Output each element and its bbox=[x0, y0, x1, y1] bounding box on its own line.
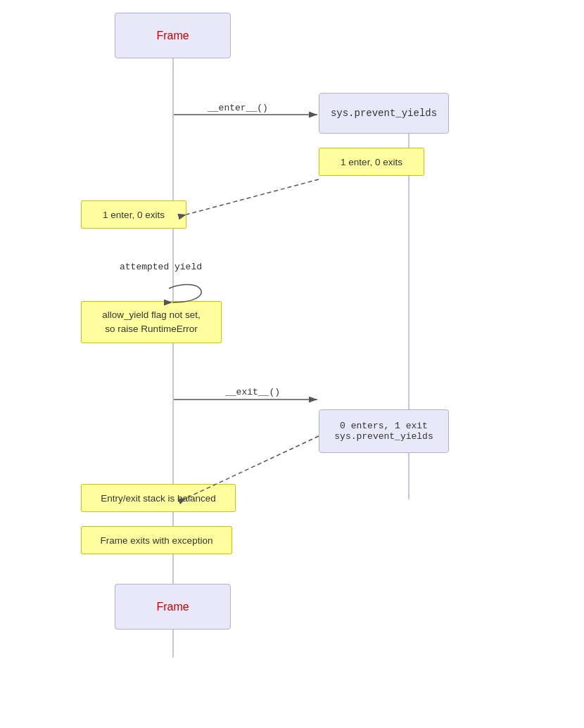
note-balanced: Entry/exit stack is balanced bbox=[81, 484, 236, 512]
note-sys-exit-line1: 0 enters, 1 exit bbox=[340, 421, 428, 431]
note-allow-yield: allow_yield flag not set,so raise Runtim… bbox=[81, 301, 222, 343]
diagram-container: Frame sys.prevent_yields 1 enter, 0 exit… bbox=[0, 0, 584, 728]
vline-frame bbox=[172, 49, 174, 658]
note-frame-enter: 1 enter, 0 exits bbox=[81, 200, 186, 229]
exit-label: __exit__() bbox=[225, 387, 280, 397]
note-frame-enter-label: 1 enter, 0 exits bbox=[103, 210, 165, 220]
note-balanced-label: Entry/exit stack is balanced bbox=[101, 493, 216, 504]
sys-prevent-yields-label: sys.prevent_yields bbox=[331, 108, 437, 119]
note-allow-yield-label: allow_yield flag not set,so raise Runtim… bbox=[102, 308, 201, 337]
note-sys-enter-label: 1 enter, 0 exits bbox=[341, 157, 402, 167]
frame-box-bottom: Frame bbox=[115, 584, 231, 630]
frame-box-top-label: Frame bbox=[156, 30, 189, 42]
note-sys-exit-line2: sys.prevent_yields bbox=[334, 431, 433, 442]
note-sys-enter: 1 enter, 0 exits bbox=[319, 148, 424, 176]
note-exits-exception: Frame exits with exception bbox=[81, 526, 232, 554]
sys-prevent-yields-box: sys.prevent_yields bbox=[319, 93, 449, 134]
note-sys-exit: 0 enters, 1 exit sys.prevent_yields bbox=[319, 409, 449, 453]
frame-box-bottom-label: Frame bbox=[156, 601, 189, 613]
note-exits-exception-label: Frame exits with exception bbox=[101, 535, 213, 546]
return-arrow-enter bbox=[186, 179, 319, 215]
enter-arrow-label: __enter__() bbox=[207, 103, 268, 113]
arrows-svg: __enter__() bbox=[0, 0, 584, 728]
attempted-yield-label: attempted yield bbox=[120, 262, 202, 272]
frame-box-top: Frame bbox=[115, 13, 231, 58]
